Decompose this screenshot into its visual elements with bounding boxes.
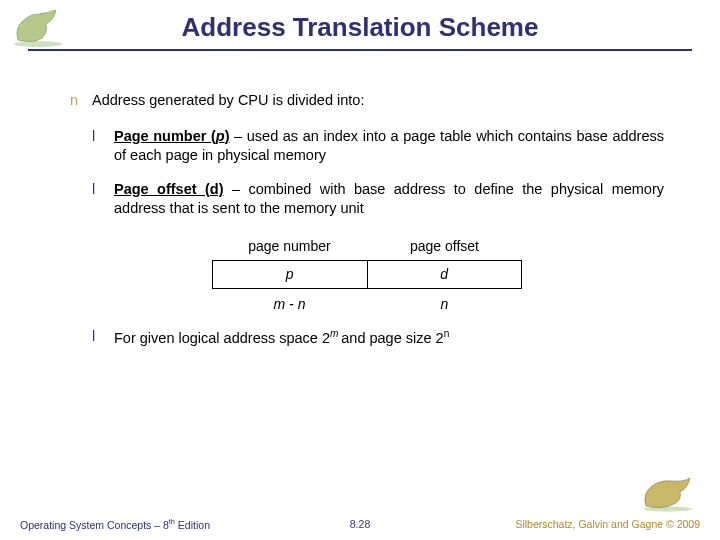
bullet-page-number: l Page number (p) – used as an index int…: [92, 127, 664, 166]
bits-n: n: [367, 289, 522, 318]
header-page-number: page number: [212, 233, 367, 260]
footer-left: Operating System Concepts – 8th Edition: [20, 517, 210, 531]
box-p: p: [212, 260, 368, 289]
bullet-intro: n Address generated by CPU is divided in…: [70, 91, 664, 111]
header-page-offset: page offset: [367, 233, 522, 260]
dot-bullet-icon: l: [92, 327, 95, 347]
pn-bold: Page number (p): [114, 128, 230, 144]
diagram-header-row: page number page offset: [212, 233, 522, 260]
diagram-bits-row: m - n n: [212, 289, 522, 318]
diagram-box-row: p d: [212, 260, 522, 289]
final-exp2: n: [444, 328, 450, 339]
final-exp1: m: [330, 328, 341, 339]
po-bold: Page offset (d): [114, 181, 224, 197]
footer: Operating System Concepts – 8th Edition …: [0, 517, 720, 531]
final-prefix: For given logical address space 2: [114, 330, 330, 346]
box-d: d: [368, 260, 523, 289]
intro-text: Address generated by CPU is divided into…: [92, 92, 364, 108]
final-mid: and page size 2: [341, 330, 443, 346]
bullet-page-offset: l Page offset (d) – combined with base a…: [92, 180, 664, 219]
title-underline: [28, 49, 692, 51]
dot-bullet-icon: l: [92, 180, 95, 200]
square-bullet-icon: n: [70, 91, 78, 111]
bullet-final: l For given logical address space 2m and…: [92, 327, 664, 348]
footer-page-number: 8.28: [350, 518, 370, 530]
footer-right: Silberschatz, Galvin and Gagne © 2009: [515, 518, 700, 530]
content-area: n Address generated by CPU is divided in…: [0, 51, 720, 349]
dinosaur-icon-bottom: [640, 472, 696, 512]
title-bar: Address Translation Scheme: [0, 0, 720, 51]
bits-mn: m - n: [212, 289, 367, 318]
address-diagram: page number page offset p d m - n n: [212, 233, 522, 318]
dot-bullet-icon: l: [92, 127, 95, 147]
slide-title: Address Translation Scheme: [182, 12, 539, 43]
